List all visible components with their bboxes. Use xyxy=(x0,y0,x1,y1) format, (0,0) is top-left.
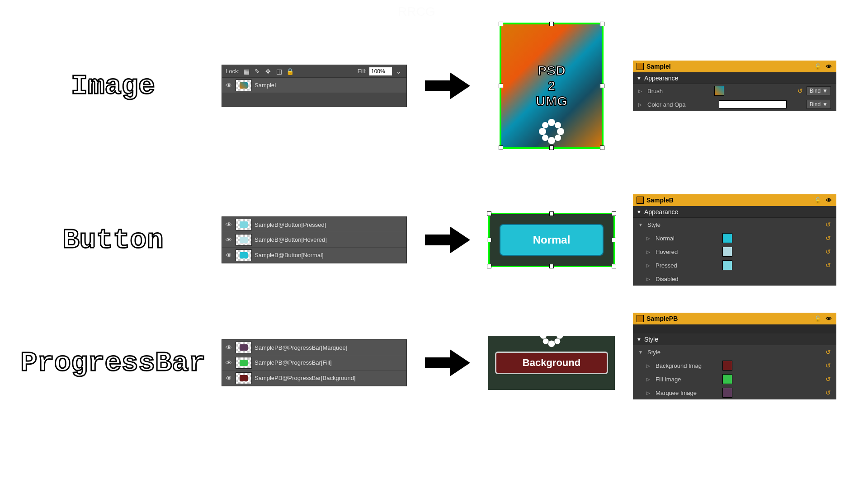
ps-layer-pressed[interactable]: 👁 SampleB@Button[Pressed] xyxy=(222,217,406,232)
ue-prop-bg-image: ▷ Background Imag ↺ xyxy=(633,359,836,372)
swatch-pressed[interactable] xyxy=(722,260,732,270)
visibility-icon[interactable]: 👁 xyxy=(225,374,233,382)
preview-text-3: UMG xyxy=(536,94,567,109)
brush-swatch[interactable] xyxy=(714,86,724,96)
ps-layer-marquee[interactable]: 👁 SamplePB@ProgressBar[Marquee] xyxy=(222,340,406,355)
svg-point-14 xyxy=(543,338,549,344)
ps-layer-fill[interactable]: 👁 SamplePB@ProgressBar[Fill] xyxy=(222,355,406,371)
visibility-icon[interactable]: 👁 xyxy=(225,251,233,259)
layer-thumb[interactable] xyxy=(236,372,252,384)
preview-text-2: 2 xyxy=(548,78,556,94)
swatch-bg[interactable] xyxy=(722,361,732,371)
reset-icon[interactable]: ↺ xyxy=(826,389,831,396)
prop-label: Normal xyxy=(656,235,719,242)
visibility-icon[interactable]: 👁 xyxy=(225,343,233,352)
image-widget-preview[interactable]: PSD 2 UMG xyxy=(500,23,604,149)
ps-layer-bg[interactable]: 👁 SamplePB@ProgressBar[Background] xyxy=(222,371,406,386)
unlock-icon[interactable]: 🔓 xyxy=(814,63,822,70)
layer-thumb[interactable] xyxy=(236,249,252,261)
ue-section-appearance[interactable]: ▼ Appearance xyxy=(633,206,836,218)
fill-input[interactable] xyxy=(369,67,392,75)
layer-thumb[interactable] xyxy=(236,219,252,230)
visibility-icon[interactable]: 👁 xyxy=(225,236,233,244)
layer-thumb[interactable] xyxy=(236,342,252,353)
swatch-normal[interactable] xyxy=(722,233,732,243)
layer-thumb[interactable] xyxy=(236,357,252,369)
reset-icon[interactable]: ↺ xyxy=(826,262,831,269)
button-normal[interactable]: Normal xyxy=(500,224,604,256)
svg-point-15 xyxy=(554,338,560,344)
prop-expand-icon[interactable]: ▷ xyxy=(638,89,644,94)
unlock-icon[interactable]: 🔓 xyxy=(814,197,822,204)
reset-icon[interactable]: ↺ xyxy=(826,362,831,369)
bind-button[interactable]: Bind▼ xyxy=(807,100,831,109)
visibility-eye-icon[interactable]: 👁 xyxy=(825,197,833,204)
lock-brush-icon[interactable]: ✎ xyxy=(253,67,261,75)
swatch-fill[interactable] xyxy=(722,374,732,384)
reset-icon[interactable]: ↺ xyxy=(826,221,831,228)
ue-header-pb[interactable]: SamplePB 🔓 👁 xyxy=(633,313,836,324)
color-bar[interactable] xyxy=(719,100,787,108)
button-widget-preview[interactable]: Normal xyxy=(488,213,615,267)
swatch-marquee[interactable] xyxy=(722,388,732,398)
lock-crop-icon[interactable]: ◫ xyxy=(275,67,283,75)
ps-empty-area xyxy=(222,93,406,107)
ps-layer-hovered[interactable]: 👁 SampleB@Button[Hovered] xyxy=(222,232,406,248)
fill-label: Fill: xyxy=(358,68,367,75)
prop-label: Marquee Image xyxy=(656,389,719,396)
prop-expand-icon[interactable]: ▷ xyxy=(638,102,644,107)
prop-expand-icon[interactable]: ▷ xyxy=(646,363,652,368)
reset-icon[interactable]: ↺ xyxy=(826,375,831,383)
layer-name: SamplePB@ProgressBar[Marquee] xyxy=(255,344,347,351)
section-title: Appearance xyxy=(644,208,679,216)
prop-label: Color and Opa xyxy=(647,101,711,108)
visibility-icon[interactable]: 👁 xyxy=(225,221,233,229)
visibility-icon[interactable]: 👁 xyxy=(225,359,233,367)
ps-panel-pb: 👁 SamplePB@ProgressBar[Marquee] 👁 Sample… xyxy=(222,339,407,386)
ue-header-image[interactable]: SampleI 🔓 👁 xyxy=(633,61,836,72)
visibility-eye-icon[interactable]: 👁 xyxy=(825,315,833,322)
bind-button[interactable]: Bind▼ xyxy=(807,86,831,95)
unlock-icon[interactable]: 🔓 xyxy=(814,315,822,322)
prop-expand-icon[interactable]: ▷ xyxy=(646,377,652,382)
button-label: Normal xyxy=(533,234,571,246)
section-expand-icon[interactable]: ▼ xyxy=(637,75,642,81)
lock-checker-icon[interactable]: ▦ xyxy=(242,67,250,75)
prop-expand-icon[interactable]: ▷ xyxy=(646,263,652,268)
prop-label: Brush xyxy=(647,88,711,94)
fill-dropdown-icon[interactable]: ⌄ xyxy=(395,67,403,75)
reset-icon[interactable]: ↺ xyxy=(826,348,831,356)
pb-widget-preview[interactable]: Background xyxy=(488,336,615,390)
prop-expand-icon[interactable]: ▼ xyxy=(638,350,644,355)
lock-all-icon[interactable]: 🔒 xyxy=(286,67,294,75)
ue-section-appearance[interactable]: ▼ Appearance xyxy=(633,72,836,84)
ps-layer-samplei[interactable]: 👁 SampleI xyxy=(222,78,406,93)
ue-section-style[interactable]: ▼ Style xyxy=(633,333,836,345)
layer-thumb[interactable] xyxy=(236,234,252,246)
visibility-icon[interactable]: 👁 xyxy=(225,81,233,89)
svg-point-11 xyxy=(557,332,563,339)
svg-point-5 xyxy=(555,122,561,128)
arrow-icon xyxy=(423,349,472,376)
ue-prop-fill-image: ▷ Fill Image ↺ xyxy=(633,372,836,386)
section-expand-icon[interactable]: ▼ xyxy=(637,337,642,342)
lock-move-icon[interactable]: ✥ xyxy=(264,67,272,75)
svg-point-8 xyxy=(548,324,555,331)
layer-thumb[interactable] xyxy=(236,80,252,91)
prop-expand-icon[interactable]: ▷ xyxy=(646,249,652,254)
ue-header-title: SamplePB xyxy=(646,315,678,322)
ue-header-button[interactable]: SampleB 🔓 👁 xyxy=(633,194,836,206)
section-expand-icon[interactable]: ▼ xyxy=(637,209,642,215)
prop-expand-icon[interactable]: ▼ xyxy=(638,222,644,227)
progressbar-background[interactable]: Background xyxy=(495,352,608,374)
prop-expand-icon[interactable]: ▷ xyxy=(646,277,652,282)
reset-icon[interactable]: ↺ xyxy=(797,87,803,94)
prop-expand-icon[interactable]: ▷ xyxy=(646,236,652,241)
ps-layer-normal[interactable]: 👁 SampleB@Button[Normal] xyxy=(222,248,406,263)
prop-expand-icon[interactable]: ▷ xyxy=(646,390,652,395)
row-progressbar: ProgressBar 👁 SamplePB@ProgressBar[Marqu… xyxy=(0,317,868,408)
reset-icon[interactable]: ↺ xyxy=(826,248,831,255)
reset-icon[interactable]: ↺ xyxy=(826,235,831,242)
visibility-eye-icon[interactable]: 👁 xyxy=(825,63,833,70)
swatch-hovered[interactable] xyxy=(722,247,732,257)
